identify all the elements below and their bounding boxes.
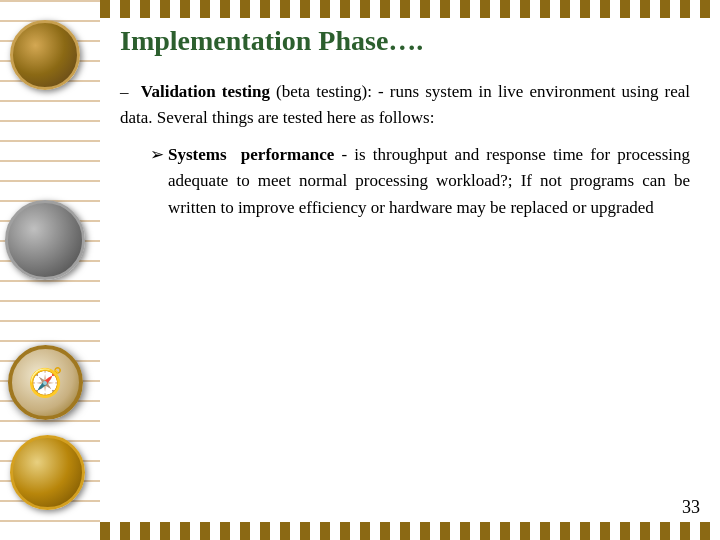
page-number: 33 (682, 497, 700, 518)
content-area: Implementation Phase…. – Validation test… (100, 0, 720, 540)
sub-bullet-performance: ➢ Systems performance - is throughput an… (150, 142, 690, 221)
left-border: 🧭 (0, 0, 100, 540)
compass-icon: 🧭 (8, 345, 83, 420)
sub-bullet-text: Systems performance - is throughput and … (168, 142, 690, 221)
main-bullet: – Validation testing (beta testing): - r… (120, 79, 690, 130)
slide-title: Implementation Phase…. (120, 25, 690, 57)
medal-top-icon (10, 20, 80, 90)
medal-bottom-icon (10, 435, 85, 510)
arrow-icon: ➢ (150, 142, 164, 221)
bold-term: Validation testing (141, 82, 270, 101)
sub-bullet-bold: Systems performance (168, 145, 334, 164)
medal-middle-icon (5, 200, 85, 280)
slide-container: 🧭 Implementation Phase…. – Validation te… (0, 0, 720, 540)
sub-bullets: ➢ Systems performance - is throughput an… (150, 142, 690, 221)
bullet-dash: – (120, 82, 129, 101)
bullet-section: – Validation testing (beta testing): - r… (120, 79, 690, 515)
